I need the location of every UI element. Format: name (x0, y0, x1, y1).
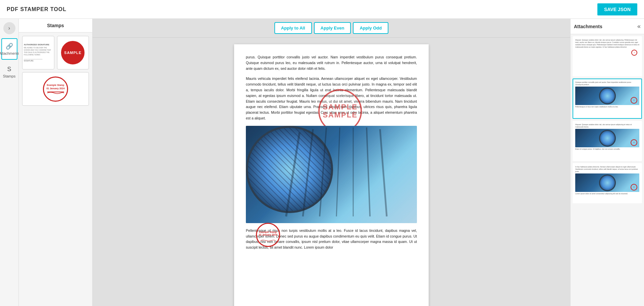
attachments-list: Alopuet. Quisque sodales dolor nisl, uti… (571, 34, 644, 306)
att-page3-image: S (575, 129, 639, 147)
att-page2-building (599, 88, 616, 104)
stamp-doc-content: AUTHORIZED SIGNATURE WE AGREE TO DELIVER… (22, 42, 54, 63)
collapse-attachments-button[interactable]: « (637, 23, 641, 30)
stamp-wave-decoration (47, 92, 64, 94)
svg-line-7 (380, 129, 387, 216)
att-page2-image: S (575, 87, 639, 105)
page-view: purus. Quisque porttitor convallis justo… (93, 38, 570, 306)
main-layout: › 🔗 Attachments S Stamps Stamps AUTHORIZ… (0, 19, 644, 306)
app-title: PDF STAMPER TOOL (7, 6, 66, 12)
stamp-thumb-sample[interactable]: SAMPLE (57, 36, 89, 69)
attachments-title: Attachments (574, 24, 602, 29)
svg-line-4 (336, 128, 340, 216)
attachments-header: Attachments « (571, 19, 644, 34)
sidebar-item-stamps[interactable]: S Stamps (1, 61, 17, 83)
att-page1-content: Alopuet. Quisque sodales dolor nisl, uti… (573, 37, 641, 58)
building-svg-overlay (246, 126, 417, 223)
sidebar-toggle-panel: › 🔗 Attachments S Stamps (0, 19, 19, 306)
save-json-button[interactable]: SAVE JSON (597, 3, 637, 15)
att-page4-content: In hac habitasse platea dictumst. Aenean… (573, 164, 641, 197)
pdf-paragraph-2: Mauris vehicula imperdiet felis eleifend… (246, 76, 417, 121)
att-page3-content: Alopuet. Quisque sodales dolor nisl, uti… (573, 121, 641, 152)
att-page1-stamp: S (631, 50, 637, 56)
attachments-tab-label: Attachments (0, 51, 19, 55)
att-page3-stamp-text: S (634, 142, 635, 144)
pdf-paragraph-3-wrapper: Pellentesque ut risus non turpis vestibu… (246, 228, 417, 250)
stamps-icon: S (7, 66, 11, 73)
attachment-thumb-page3[interactable]: Alopuet. Quisque sodales dolor nisl, uti… (573, 121, 642, 161)
attachments-icon: 🔗 (6, 43, 13, 50)
pdf-paragraph-3: Pellentesque ut risus non turpis vestibu… (246, 228, 417, 250)
stamps-panel-title: Stamps (19, 19, 92, 33)
sidebar-toggle-button[interactable]: › (3, 22, 15, 34)
pdf-paragraph-2-wrapper: Mauris vehicula imperdiet felis eleifend… (246, 76, 417, 121)
attachment-thumb-page4[interactable]: In hac habitasse platea dictumst. Aenean… (573, 163, 642, 203)
svg-rect-0 (246, 126, 417, 223)
sidebar-item-attachments[interactable]: 🔗 Attachments (1, 38, 17, 60)
attachment-thumb-page2[interactable]: Quisque porttitor convallis justo vel au… (573, 79, 642, 119)
pdf-page: purus. Quisque porttitor convallis justo… (234, 44, 429, 306)
svg-line-1 (286, 133, 300, 216)
stamps-tab-label: Stamps (3, 74, 15, 78)
panel-example-stamp: Example Stamp01 January 2024 (43, 76, 68, 102)
stamps-panel: Stamps AUTHORIZED SIGNATURE WE AGREE TO … (19, 19, 93, 306)
pdf-viewer: Apply to All Apply Even Apply Odd purus.… (93, 19, 570, 306)
att-page1-stamp-text: S (634, 52, 635, 53)
att-page4-building (599, 174, 616, 191)
att-page4-stamp-text: S (634, 186, 635, 188)
attachment-thumb-page1[interactable]: Alopuet. Quisque sodales dolor nisl, uti… (573, 36, 642, 76)
att-page2-stamp: S (631, 97, 637, 104)
apply-all-button[interactable]: Apply to All (274, 22, 312, 34)
stamp-thumb-example[interactable]: Example Stamp01 January 2024 (22, 72, 89, 106)
att-page2-content: Quisque porttitor convallis justo vel au… (573, 79, 641, 110)
att-page4-stamp: S (631, 184, 637, 191)
apply-toolbar: Apply to All Apply Even Apply Odd (93, 19, 570, 38)
example-stamp-label: Example Stamp01 January 2024 (46, 84, 64, 90)
stamp-thumb-doc[interactable]: AUTHORIZED SIGNATURE WE AGREE TO DELIVER… (22, 36, 54, 69)
stamps-grid: AUTHORIZED SIGNATURE WE AGREE TO DELIVER… (19, 33, 92, 109)
att-page3-building (599, 130, 616, 147)
pdf-paragraph-1: purus. Quisque porttitor convallis justo… (246, 54, 417, 71)
apply-odd-button[interactable]: Apply Odd (353, 22, 388, 34)
att-page4-image: S (575, 173, 639, 192)
svg-line-3 (320, 128, 326, 216)
red-circle-stamp: SAMPLE (61, 41, 85, 64)
svg-line-2 (303, 129, 313, 216)
svg-line-6 (367, 128, 370, 216)
pdf-building-image (246, 126, 417, 223)
apply-even-button[interactable]: Apply Even (314, 22, 351, 34)
sample-stamp-text: SAMPLE (64, 51, 82, 55)
attachments-panel: Attachments « Alopuet. Quisque sodales d… (570, 19, 644, 306)
app-header: PDF STAMPER TOOL SAVE JSON (0, 0, 644, 19)
att-page3-stamp: S (631, 139, 637, 146)
att-page2-stamp-text: S (634, 99, 635, 101)
